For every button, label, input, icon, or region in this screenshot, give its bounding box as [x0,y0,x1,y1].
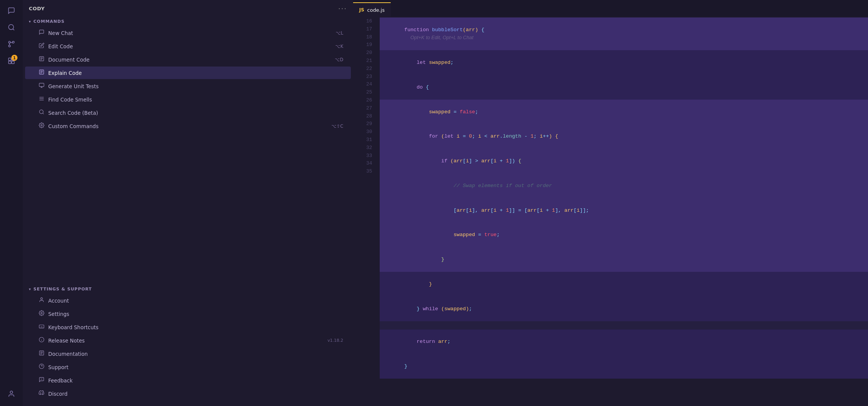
release-notes-label: Release Notes [48,338,85,344]
document-code-icon [39,56,44,63]
menu-item-explain-code[interactable]: Explain Code [25,67,351,79]
svg-line-27 [43,113,44,114]
menu-item-discord[interactable]: Discord [25,387,351,400]
line-numbers: 16 17 18 19 20 21 22 23 24 25 26 27 28 2… [353,17,376,406]
keyboard-shortcuts-icon [39,324,44,331]
code-line-16: function bubbleSort(arr) { Opt+K to Edit… [380,17,868,50]
code-line-28 [380,321,868,330]
activity-search-icon[interactable] [4,20,19,35]
commands-chevron-icon: ▾ [29,19,31,24]
commands-section-label: COMMANDS [33,19,65,24]
menu-item-settings[interactable]: Settings [25,308,351,320]
menu-item-document-code[interactable]: Document Code ⌥D [25,53,351,66]
account-label: Account [48,298,69,304]
code-line-27: } while (swapped); [380,297,868,321]
code-line-18: do { [380,75,868,100]
svg-rect-20 [39,83,44,87]
generate-unit-tests-label: Generate Unit Tests [48,83,99,89]
menu-item-search-code[interactable]: Search Code (Beta) [25,106,351,119]
code-line-19: swapped = false; [380,100,868,124]
menu-item-support[interactable]: Support [25,361,351,373]
settings-section-label: SETTINGS & SUPPORT [33,287,92,292]
activity-extensions-icon[interactable]: 1 [4,53,19,68]
svg-rect-7 [9,58,11,61]
activity-chat-icon[interactable] [4,3,19,18]
new-chat-shortcut: ⌥L [336,30,343,36]
discord-icon [39,390,44,397]
custom-commands-icon [39,122,44,130]
custom-commands-shortcut: ⌥⇧C [331,124,343,129]
svg-point-30 [41,312,43,314]
code-line-31 [380,379,868,387]
documentation-icon [39,350,44,357]
custom-commands-label: Custom Commands [48,123,98,129]
svg-point-29 [41,298,43,300]
menu-item-account[interactable]: Account [25,294,351,307]
menu-item-edit-code[interactable]: Edit Code ⌥K [25,40,351,52]
keyboard-shortcuts-label: Keyboard Shortcuts [48,324,98,330]
code-content[interactable]: function bubbleSort(arr) { Opt+K to Edit… [376,17,868,406]
find-code-smells-label: Find Code Smells [48,97,92,103]
code-line-17: let swapped; [380,50,868,75]
generate-unit-tests-icon [39,82,44,90]
editor-area: JS code.js 16 17 18 19 20 21 22 23 24 25… [353,0,868,406]
tab-filename: code.js [367,7,385,13]
edit-code-icon [39,43,44,50]
search-code-label: Search Code (Beta) [48,110,98,116]
settings-menu-icon [39,310,44,317]
menu-item-release-notes[interactable]: Release Notes v1.18.2 [25,334,351,347]
code-line-33 [380,395,868,403]
menu-item-documentation[interactable]: Documentation [25,347,351,360]
code-editor[interactable]: 16 17 18 19 20 21 22 23 24 25 26 27 28 2… [353,17,868,406]
svg-point-0 [9,25,14,30]
explain-code-label: Explain Code [48,70,82,76]
code-line-26: } [380,272,868,297]
code-line-24: swapped = true; [380,223,868,247]
svg-rect-9 [9,61,11,64]
release-notes-icon [39,337,44,344]
code-line-32 [380,387,868,395]
settings-section-header[interactable]: ▾ SETTINGS & SUPPORT [23,284,353,294]
code-line-23: [arr[i], arr[i + 1]] = [arr[i + 1], arr[… [380,198,868,223]
code-line-25: } [380,247,868,272]
svg-point-26 [39,110,43,114]
code-line-20: for (let i = 0; i < arr.length - 1; i++)… [380,124,868,149]
feedback-icon [39,377,44,384]
edit-code-shortcut: ⌥K [335,44,343,49]
find-code-smells-icon [39,96,44,103]
commands-section-header[interactable]: ▾ COMMANDS [23,17,353,26]
svg-point-28 [41,125,43,126]
documentation-label: Documentation [48,351,88,357]
menu-item-generate-unit-tests[interactable]: Generate Unit Tests [25,80,351,92]
menu-item-feedback[interactable]: Feedback [25,374,351,387]
support-label: Support [48,364,68,370]
account-menu-icon [39,297,44,304]
release-notes-version: v1.18.2 [328,338,344,343]
feedback-label: Feedback [48,377,73,384]
svg-rect-10 [12,61,14,64]
menu-item-new-chat[interactable]: New Chat ⌥L [25,27,351,39]
settings-chevron-icon: ▾ [29,287,31,291]
code-line-29: return arr; [380,330,868,354]
svg-point-4 [13,41,14,43]
activity-source-control-icon[interactable] [4,36,19,52]
edit-code-label: Edit Code [48,43,73,49]
explain-code-icon [39,69,44,76]
discord-label: Discord [48,391,68,397]
svg-point-3 [9,45,11,47]
new-chat-icon [39,29,44,36]
search-code-icon [39,109,44,116]
extensions-badge: 1 [11,55,17,61]
sidebar-more-button[interactable]: ··· [338,5,347,13]
tab-lang-icon: JS [359,7,364,13]
sidebar-header: CODY ··· [23,0,353,17]
tab-code-js[interactable]: JS code.js [353,2,391,17]
document-code-label: Document Code [48,57,90,63]
sidebar: CODY ··· ▾ COMMANDS New Chat ⌥L Edit Cod… [23,0,353,406]
menu-item-custom-commands[interactable]: Custom Commands ⌥⇧C [25,120,351,132]
svg-point-11 [10,391,13,394]
menu-item-find-code-smells[interactable]: Find Code Smells [25,93,351,106]
activity-account-icon[interactable] [4,386,19,401]
settings-label: Settings [48,311,69,317]
menu-item-keyboard-shortcuts[interactable]: Keyboard Shortcuts [25,321,351,333]
